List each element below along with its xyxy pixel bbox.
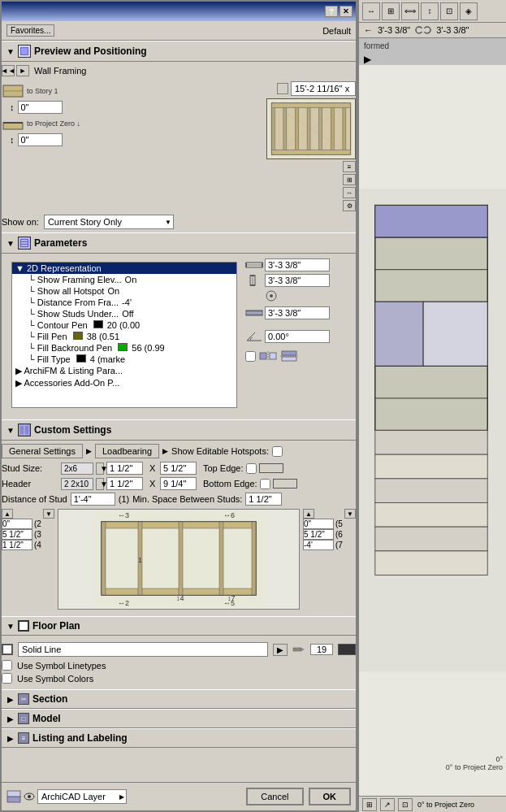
tool-btn-2[interactable]: ⊞ bbox=[382, 2, 400, 20]
ok-button[interactable]: OK bbox=[309, 788, 352, 805]
top-edge-preview bbox=[259, 463, 283, 473]
min-space-input[interactable] bbox=[245, 493, 282, 506]
left-scroll-up[interactable]: ▲ bbox=[2, 509, 13, 519]
parameters-section-header[interactable]: ▼ Parameters bbox=[2, 232, 356, 254]
dim-input-1[interactable] bbox=[265, 258, 330, 271]
show-on-row: Show on: Current Story Only All Stories … bbox=[2, 215, 356, 229]
right-scroll: ▲ ▼ bbox=[303, 509, 356, 519]
tool-btn-4[interactable]: ↕ bbox=[421, 2, 439, 20]
section-section-header[interactable]: ▶ ✂ Section bbox=[2, 689, 356, 709]
to-story-input[interactable]: 0" bbox=[18, 101, 63, 114]
listing-section-title: Listing and Labeling bbox=[32, 732, 128, 744]
tree-item-fill-type[interactable]: └ Fill Type 4 (marke bbox=[12, 354, 236, 365]
listing-section-header[interactable]: ▶ ≡ Listing and Labeling bbox=[2, 728, 356, 748]
right-scroll-down[interactable]: ▼ bbox=[344, 509, 356, 519]
cancel-button[interactable]: Cancel bbox=[246, 788, 303, 805]
main-dialog: ? ✕ Favorites... Default ▼ Preview and P… bbox=[0, 0, 357, 812]
mirror-icon bbox=[259, 350, 277, 362]
to-project-input[interactable]: 0" bbox=[18, 133, 63, 146]
top-edge-row: Top Edge: bbox=[203, 463, 356, 474]
floor-plan-section-header[interactable]: ▼ Floor Plan bbox=[2, 616, 356, 636]
close-button[interactable]: ✕ bbox=[339, 6, 352, 17]
line-number-input[interactable] bbox=[310, 644, 333, 655]
params-section-icon bbox=[18, 237, 31, 250]
dim-checkbox[interactable] bbox=[277, 83, 288, 94]
favorites-button[interactable]: Favorites... bbox=[6, 24, 54, 37]
svg-text:↕4: ↕4 bbox=[176, 594, 184, 602]
tree-view[interactable]: ▼ 2D Representation └ Show Framing Elev.… bbox=[11, 262, 237, 408]
stud-size-dropdown-btn[interactable]: ▼ bbox=[96, 462, 104, 475]
tree-item-fill-pen[interactable]: └ Fill Pen 38 (0.51 bbox=[12, 331, 236, 342]
left-val-3[interactable] bbox=[2, 540, 32, 550]
loadbearing-tab[interactable]: Loadbearing bbox=[95, 444, 159, 458]
tree-item-archifm[interactable]: ▶ ArchiFM & Listing Para... bbox=[12, 365, 236, 377]
symbol-colors-checkbox[interactable] bbox=[2, 673, 12, 684]
layer-dropdown[interactable]: ArchiCAD Layer bbox=[37, 789, 127, 804]
line-color-swatch bbox=[338, 644, 356, 655]
right-val-2[interactable] bbox=[303, 529, 334, 540]
symbol-linetypes-checkbox[interactable] bbox=[2, 660, 12, 671]
right-measurements: ▲ ▼ (5 (6 (7 bbox=[303, 509, 356, 610]
header-dim2-input[interactable] bbox=[160, 477, 197, 490]
top-edge-checkbox[interactable] bbox=[246, 463, 257, 474]
right-val-1[interactable] bbox=[303, 519, 334, 529]
header-dropdown-btn[interactable]: ▼ bbox=[96, 478, 104, 490]
show-on-dropdown[interactable]: Current Story Only All Stories Home Stor… bbox=[44, 215, 174, 229]
nav-prev-button[interactable]: ◄◄ bbox=[2, 65, 15, 76]
tree-item-contour-pen[interactable]: └ Contour Pen 20 (0.00 bbox=[12, 319, 236, 331]
wall-elevation-svg bbox=[359, 65, 506, 796]
show-hotspots-checkbox[interactable] bbox=[272, 446, 283, 457]
tree-item-2d[interactable]: ▼ 2D Representation bbox=[12, 263, 236, 274]
tool-btn-1[interactable]: ↔ bbox=[362, 2, 380, 20]
tool-btn-6[interactable]: ◈ bbox=[460, 2, 478, 20]
params-checkbox[interactable] bbox=[245, 351, 256, 362]
svg-rect-85 bbox=[375, 551, 487, 575]
model-section-header[interactable]: ▶ □ Model bbox=[2, 709, 356, 728]
tree-item-fill-back[interactable]: └ Fill Backround Pen 56 (0.99 bbox=[12, 342, 236, 354]
tree-item-hotspot[interactable]: └ Show all HotspotOn bbox=[12, 285, 236, 297]
status-btn-1[interactable]: ⊞ bbox=[362, 798, 377, 811]
line-type-dropdown-btn[interactable]: ▶ bbox=[273, 644, 288, 656]
status-btn-2[interactable]: ↗ bbox=[380, 798, 395, 811]
stud-dim1-input[interactable] bbox=[106, 462, 143, 475]
bottom-edge-checkbox[interactable] bbox=[260, 479, 270, 489]
left-val-2[interactable] bbox=[2, 529, 32, 540]
tree-item-accessories[interactable]: ▶ Accessories Add-On P... bbox=[12, 377, 236, 389]
svg-rect-84 bbox=[375, 527, 487, 551]
tool-btn-3[interactable]: ⟺ bbox=[401, 2, 419, 20]
floor-checkbox[interactable] bbox=[2, 644, 13, 655]
fill-pen-color bbox=[73, 332, 83, 340]
floor-section-icon bbox=[18, 620, 29, 632]
preview-btn-2[interactable]: ⊞ bbox=[343, 174, 356, 185]
preview-btn-4[interactable]: ⚙ bbox=[343, 200, 356, 211]
dim-input-2[interactable] bbox=[265, 274, 330, 287]
header-value: 2 2x10 bbox=[61, 478, 93, 490]
show-on-dropdown-wrapper: Current Story Only All Stories Home Stor… bbox=[44, 215, 174, 229]
dim-input-3[interactable] bbox=[265, 306, 330, 319]
header-dim1-input[interactable] bbox=[106, 477, 143, 490]
tool-btn-5[interactable]: ⊡ bbox=[440, 2, 458, 20]
status-btn-3[interactable]: ⊡ bbox=[398, 798, 413, 811]
tree-item-distance[interactable]: └ Distance From Fra...-4' bbox=[12, 297, 236, 308]
symbol-linetypes-label: Use Symbol Linetypes bbox=[17, 661, 106, 671]
right-status-bar: ⊞ ↗ ⊡ 0° to Project Zero bbox=[359, 796, 506, 812]
right-val-3[interactable] bbox=[303, 540, 334, 550]
left-val-1[interactable] bbox=[2, 519, 32, 529]
right-scroll-up[interactable]: ▲ bbox=[303, 509, 314, 519]
custom-section-header[interactable]: ▼ Custom Settings bbox=[2, 419, 356, 441]
tree-item-framing-elev[interactable]: └ Show Framing Elev...On bbox=[12, 274, 236, 285]
tree-item-studs[interactable]: └ Show Studs Under...Off bbox=[12, 308, 236, 319]
preview-section-header[interactable]: ▼ Preview and Positioning bbox=[2, 41, 356, 62]
left-scroll-down[interactable]: ▼ bbox=[43, 509, 54, 519]
svg-rect-9 bbox=[283, 103, 287, 154]
stud-dim2-input[interactable] bbox=[160, 462, 197, 475]
distance-input[interactable] bbox=[71, 493, 115, 506]
nav-next-button[interactable]: ► bbox=[16, 65, 29, 76]
preview-btn-3[interactable]: ↔ bbox=[343, 187, 356, 198]
preview-btn-1[interactable]: ≡ bbox=[343, 161, 356, 172]
general-settings-tab[interactable]: General Settings bbox=[2, 444, 83, 458]
right-dropdown-arrow: ▶ bbox=[364, 54, 371, 65]
stud-diagram: ↔3 ↔6 1 bbox=[58, 509, 300, 610]
help-button[interactable]: ? bbox=[325, 6, 338, 17]
angle-input[interactable] bbox=[265, 330, 330, 343]
